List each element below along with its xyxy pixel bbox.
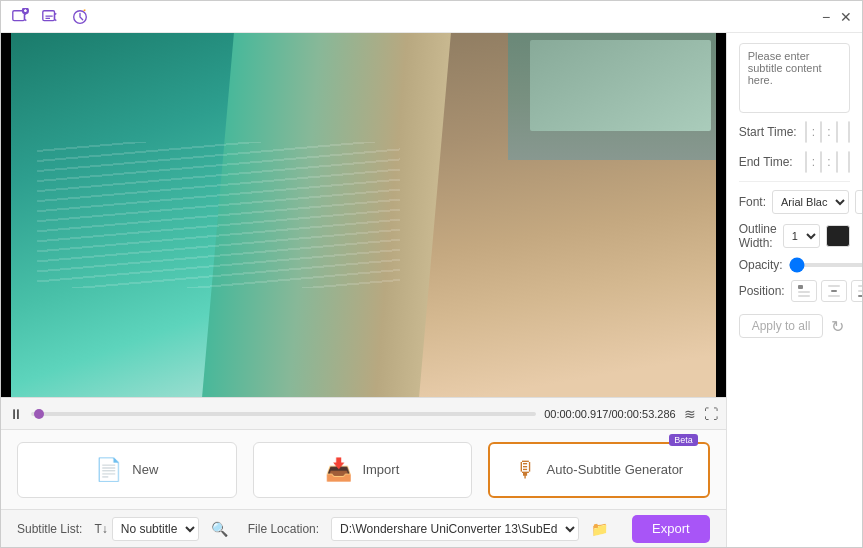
export-button[interactable]: Export xyxy=(632,515,710,543)
start-ms-input[interactable]: 000 xyxy=(849,126,850,138)
font-select[interactable]: Arial Blac xyxy=(772,190,849,214)
subtitle-select[interactable]: No subtitle xyxy=(112,517,199,541)
outline-width-select[interactable]: 1 xyxy=(783,224,820,248)
divider-1 xyxy=(739,181,850,182)
end-seconds-input[interactable]: 53 xyxy=(837,156,838,168)
font-size-select[interactable]: 80 xyxy=(855,190,862,214)
subtitle-select-wrapper: T↓ No subtitle xyxy=(94,517,198,541)
file-location-label: File Location: xyxy=(248,522,319,536)
font-label: Font: xyxy=(739,195,766,209)
title-bar: − ✕ xyxy=(1,1,862,33)
subtitle-edit-icon[interactable] xyxy=(39,6,61,28)
start-minutes-input[interactable]: 00 xyxy=(821,126,822,138)
import-icon: 📥 xyxy=(325,457,352,483)
svg-rect-7 xyxy=(828,285,840,287)
new-icon: 📄 xyxy=(95,457,122,483)
fullscreen-icon[interactable]: ⛶ xyxy=(704,406,718,422)
video-left-bar xyxy=(1,33,11,397)
new-label: New xyxy=(132,462,158,477)
end-time-row: End Time: 00 ▲ ▼ : 00 ▲ ▼ : xyxy=(739,151,850,173)
position-label: Position: xyxy=(739,284,785,298)
playback-controls-right: ≋ ⛶ xyxy=(684,406,718,422)
start-seconds-spinner[interactable]: 00 ▲ ▼ xyxy=(836,121,838,143)
file-path-select[interactable]: D:\Wondershare UniConverter 13\SubEd xyxy=(331,517,579,541)
end-time-label: End Time: xyxy=(739,155,801,169)
time-sep-1: : xyxy=(811,125,816,139)
main-content: ⏸ 00:00:00.917/00:00:53.286 ≋ ⛶ 📄 New 📥 xyxy=(1,33,862,547)
end-minutes-input[interactable]: 00 xyxy=(821,156,822,168)
main-window: − ✕ ⏸ 00:00:00.9 xyxy=(0,0,863,548)
start-hours-input[interactable]: 00 xyxy=(806,126,807,138)
apply-to-all-button[interactable]: Apply to all xyxy=(739,314,824,338)
folder-icon[interactable]: 📁 xyxy=(591,521,608,537)
toolbar-icons xyxy=(9,6,91,28)
status-bar: Subtitle List: T↓ No subtitle 🔍 File Loc… xyxy=(1,509,726,547)
window-controls: − ✕ xyxy=(818,9,854,25)
video-waves xyxy=(37,142,399,288)
end-hours-input[interactable]: 00 xyxy=(806,156,807,168)
auto-subtitle-icon: 🎙 xyxy=(515,457,537,483)
start-seconds-input[interactable]: 00 xyxy=(837,126,838,138)
start-time-row: Start Time: 00 ▲ ▼ : 00 ▲ ▼ : xyxy=(739,121,850,143)
subtitle-icon-t: T↓ xyxy=(94,522,107,536)
beta-badge: Beta xyxy=(669,434,698,446)
pause-button[interactable]: ⏸ xyxy=(9,406,23,422)
svg-rect-5 xyxy=(798,291,810,293)
add-media-icon[interactable] xyxy=(9,6,31,28)
import-label: Import xyxy=(362,462,399,477)
position-top-left-button[interactable] xyxy=(791,280,817,302)
video-right-bar xyxy=(716,33,726,397)
time-sep-2: : xyxy=(826,125,831,139)
video-area xyxy=(1,33,726,397)
position-center-button[interactable] xyxy=(821,280,847,302)
progress-thumb xyxy=(34,409,44,419)
outline-width-label: Outline Width: xyxy=(739,222,777,250)
opacity-label: Opacity: xyxy=(739,258,783,272)
right-panel: Start Time: 00 ▲ ▼ : 00 ▲ ▼ : xyxy=(726,33,862,547)
subtitle-textarea[interactable] xyxy=(739,43,850,113)
outline-row: Outline Width: 1 xyxy=(739,222,850,250)
end-minutes-spinner[interactable]: 00 ▲ ▼ xyxy=(820,151,822,173)
svg-rect-10 xyxy=(858,285,862,287)
position-row: Position: xyxy=(739,280,850,302)
position-bottom-button[interactable] xyxy=(851,280,862,302)
outline-color-picker[interactable] xyxy=(826,225,850,247)
end-hours-spinner[interactable]: 00 ▲ ▼ xyxy=(805,151,807,173)
start-ms-spinner[interactable]: 000 ▲ ▼ xyxy=(848,121,850,143)
start-hours-spinner[interactable]: 00 ▲ ▼ xyxy=(805,121,807,143)
opacity-slider[interactable] xyxy=(789,263,862,267)
minimize-button[interactable]: − xyxy=(818,9,834,25)
progress-track[interactable] xyxy=(31,412,536,416)
position-buttons xyxy=(791,280,862,302)
start-minutes-spinner[interactable]: 00 ▲ ▼ xyxy=(820,121,822,143)
video-buildings-detail xyxy=(530,40,711,131)
refresh-button[interactable]: ↻ xyxy=(831,317,844,336)
svg-rect-6 xyxy=(798,295,810,297)
opacity-row: Opacity: 0/100 xyxy=(739,258,850,272)
svg-rect-8 xyxy=(831,290,837,292)
auto-generate-icon[interactable] xyxy=(69,6,91,28)
svg-rect-11 xyxy=(858,290,862,292)
left-panel: ⏸ 00:00:00.917/00:00:53.286 ≋ ⛶ 📄 New 📥 xyxy=(1,33,726,547)
time-sep-4: : xyxy=(811,155,816,169)
audio-waveform-icon[interactable]: ≋ xyxy=(684,406,696,422)
auto-subtitle-label: Auto-Subtitle Generator xyxy=(547,462,684,477)
apply-row: Apply to all ↻ xyxy=(739,314,850,338)
svg-rect-9 xyxy=(828,295,840,297)
time-display: 00:00:00.917/00:00:53.286 xyxy=(544,408,676,420)
auto-subtitle-button[interactable]: Beta 🎙 Auto-Subtitle Generator xyxy=(488,442,710,498)
font-row: Font: Arial Blac 80 B I U xyxy=(739,190,850,214)
close-button[interactable]: ✕ xyxy=(838,9,854,25)
new-button[interactable]: 📄 New xyxy=(17,442,237,498)
end-ms-spinner[interactable]: 286 ▲ ▼ xyxy=(848,151,850,173)
subtitle-list-label: Subtitle List: xyxy=(17,522,82,536)
start-time-label: Start Time: xyxy=(739,125,801,139)
end-seconds-spinner[interactable]: 53 ▲ ▼ xyxy=(836,151,838,173)
svg-rect-4 xyxy=(798,285,803,289)
search-subtitle-icon[interactable]: 🔍 xyxy=(211,521,228,537)
action-buttons-row: 📄 New 📥 Import Beta 🎙 Auto-Subtitle Gene… xyxy=(1,429,726,509)
end-ms-input[interactable]: 286 xyxy=(849,156,850,168)
svg-rect-12 xyxy=(858,295,862,297)
time-sep-5: : xyxy=(826,155,831,169)
import-button[interactable]: 📥 Import xyxy=(253,442,473,498)
